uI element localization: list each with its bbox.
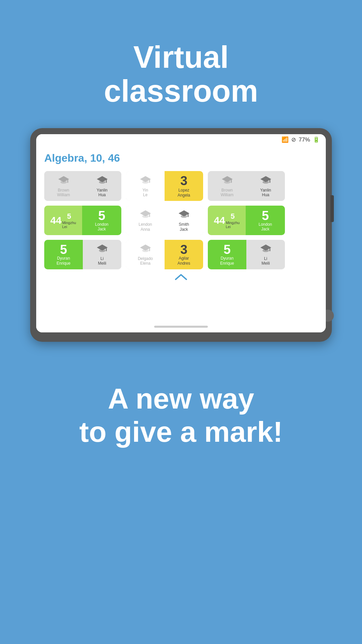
hero-title: Virtual classroom [104, 40, 258, 108]
score-value: 5 [224, 243, 231, 256]
grad-cap-icon [139, 243, 152, 255]
student-card[interactable]: DelgadoElena [126, 240, 165, 269]
student-row-1: BrownWilliam YanlinHua [44, 171, 318, 201]
student-card[interactable]: SmithJack [165, 206, 203, 235]
student-name: YanlinHua [97, 188, 107, 198]
student-name: LiMeili [261, 256, 270, 266]
tablet-screen: 📶 ⊘ 77% 🔋 Algebra, 10, 46 [36, 134, 326, 332]
grad-cap-icon [178, 209, 190, 221]
svg-point-2 [60, 180, 67, 183]
svg-point-8 [142, 180, 149, 183]
svg-point-23 [99, 249, 106, 252]
svg-rect-13 [269, 179, 270, 183]
grad-cap-icon [58, 175, 70, 186]
student-card[interactable]: LiMeili [246, 240, 285, 269]
svg-point-5 [99, 180, 106, 183]
student-pair[interactable]: BrownWilliam YanlinHua [208, 171, 285, 201]
student-name: BrownWilliam [221, 188, 234, 198]
classroom-content: Algebra, 10, 46 BrownWilliam [36, 145, 326, 320]
student-name: DelgadoElena [138, 256, 153, 266]
alarm-icon: ⊘ [291, 136, 296, 143]
svg-rect-28 [269, 248, 270, 251]
students-grid: BrownWilliam YanlinHua [44, 171, 318, 269]
student-card[interactable]: BrownWilliam [44, 171, 83, 201]
student-name: DyuranEnrique [220, 256, 234, 266]
student-card[interactable]: YanlinHua [246, 171, 285, 201]
svg-rect-22 [106, 248, 107, 251]
svg-point-14 [262, 180, 269, 183]
hero-top-section: Virtual classroom [0, 0, 362, 128]
hero-bottom-section: A new way to give a mark! [0, 355, 362, 482]
score-value: 3 [180, 243, 187, 256]
student-pair[interactable]: LendonAnna SmithJack [126, 206, 203, 235]
student-name: YanlinHua [260, 188, 271, 198]
student-row-3: 5 DyuranEnrique LiMeili [44, 240, 318, 269]
student-card[interactable]: YanlinHua [83, 171, 121, 201]
hero-title-line1: Virtual [133, 40, 229, 74]
student-score-card[interactable]: 3 AgilarAndres [165, 240, 203, 269]
svg-point-26 [142, 249, 149, 252]
grad-cap-icon [139, 175, 152, 186]
student-name: DyuranEnrique [57, 256, 70, 266]
student-score-card[interactable]: 44 5 MingzhuLei [44, 206, 82, 235]
score-value: 5 [98, 209, 105, 222]
student-name: SmithJack [179, 222, 189, 232]
tablet-wrapper: 📶 ⊘ 77% 🔋 Algebra, 10, 46 [0, 128, 362, 355]
score-value: 5 [60, 243, 67, 256]
chevron-up-button[interactable] [44, 269, 318, 285]
hero-title-line2: classroom [104, 74, 258, 108]
svg-rect-25 [149, 248, 150, 251]
grad-cap-icon [96, 175, 108, 186]
svg-rect-1 [67, 179, 68, 183]
tablet-side-button [330, 195, 334, 222]
grad-cap-icon [96, 243, 108, 255]
grad-cap-icon [139, 209, 152, 221]
student-name: AgilarAndres [177, 256, 190, 266]
student-card[interactable]: LiMeili [83, 240, 121, 269]
student-score-card[interactable]: 3 LopezAngela [165, 171, 203, 201]
hero-bottom-title: A new way to give a mark! [79, 382, 283, 448]
svg-rect-19 [187, 213, 188, 217]
svg-point-29 [262, 249, 269, 252]
svg-rect-7 [149, 179, 150, 183]
student-card[interactable]: YinLe [126, 171, 165, 201]
student-name: LopezAngela [178, 188, 190, 198]
class-title: Algebra, 10, 46 [44, 152, 318, 164]
tablet-outer: 📶 ⊘ 77% 🔋 Algebra, 10, 46 [30, 128, 332, 342]
student-score-card[interactable]: 5 DyuranEnrique [208, 240, 246, 269]
student-pair[interactable]: 5 DyuranEnrique LiMeili [208, 240, 285, 269]
student-score-card[interactable]: 44 5 MingzhuLei [208, 206, 246, 235]
battery-level: 77% [299, 137, 310, 143]
svg-point-20 [181, 215, 187, 218]
grad-cap-icon [260, 243, 272, 255]
status-bar: 📶 ⊘ 77% 🔋 [36, 134, 326, 145]
student-name: BrownWilliam [57, 188, 70, 198]
student-name: LiMeili [98, 256, 106, 266]
student-score-card[interactable]: 5 DyuranEnrique [44, 240, 83, 269]
student-pair[interactable]: 44 5 MingzhuLei 5 LondonJack [208, 206, 285, 235]
battery-icon: 🔋 [313, 136, 320, 143]
score-value: 3 [180, 174, 187, 187]
svg-rect-4 [106, 179, 107, 183]
svg-point-17 [142, 215, 149, 218]
svg-point-11 [224, 180, 231, 183]
score-value: 5 [262, 209, 269, 222]
hero-bottom-line2: to give a mark! [79, 416, 283, 448]
student-pair[interactable]: BrownWilliam YanlinHua [44, 171, 121, 201]
student-row-2: 44 5 MingzhuLei 5 LondonJack [44, 206, 318, 235]
student-name: LendonAnna [138, 222, 152, 232]
svg-rect-10 [231, 179, 232, 183]
hero-bottom-line1: A new way [108, 382, 254, 415]
student-pair[interactable]: YinLe 3 LopezAngela [126, 171, 203, 201]
svg-rect-16 [149, 213, 150, 217]
student-name: YinLe [142, 188, 148, 198]
scroll-indicator [154, 326, 208, 328]
student-card[interactable]: BrownWilliam [208, 171, 246, 201]
grad-cap-icon [260, 175, 272, 186]
student-score-card[interactable]: 5 LondonJack [82, 206, 121, 235]
student-pair[interactable]: 5 DyuranEnrique LiMeili [44, 240, 121, 269]
student-card[interactable]: LendonAnna [126, 206, 165, 235]
student-pair[interactable]: 44 5 MingzhuLei 5 LondonJack [44, 206, 121, 235]
student-pair[interactable]: DelgadoElena 3 AgilarAndres [126, 240, 203, 269]
student-score-card[interactable]: 5 LondonJack [246, 206, 285, 235]
